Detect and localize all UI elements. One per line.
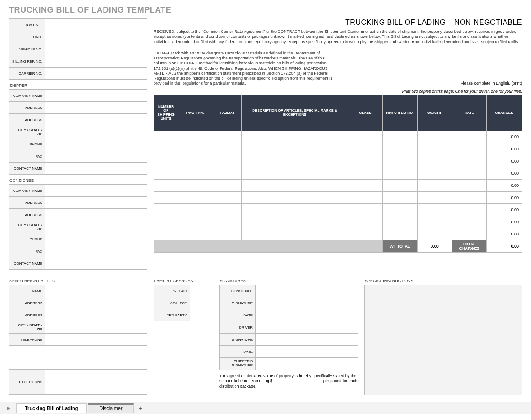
input-consignee-company[interactable] (45, 185, 147, 197)
input-shipper-company[interactable] (45, 90, 147, 102)
input-vehicle[interactable] (45, 43, 147, 55)
table-cell[interactable] (348, 179, 383, 191)
table-cell[interactable] (242, 191, 348, 203)
table-cell[interactable] (178, 191, 213, 203)
table-cell[interactable] (418, 143, 452, 155)
table-cell[interactable] (242, 167, 348, 179)
table-cell[interactable] (452, 203, 487, 216)
table-cell[interactable] (348, 191, 383, 203)
table-cell[interactable] (418, 216, 452, 228)
table-cell[interactable] (213, 228, 242, 240)
input-sig-shipper[interactable] (256, 358, 358, 370)
input-sig-consignee[interactable] (256, 285, 358, 297)
table-cell[interactable] (418, 167, 452, 179)
table-cell[interactable] (178, 216, 213, 228)
table-cell[interactable] (452, 179, 487, 191)
table-cell[interactable] (383, 228, 418, 240)
input-shipper-addr1[interactable] (45, 102, 147, 114)
table-cell[interactable] (154, 155, 178, 167)
table-cell[interactable] (452, 216, 487, 228)
table-cell[interactable] (242, 203, 348, 216)
input-third[interactable] (190, 309, 213, 321)
tab-bill-of-lading[interactable]: Trucking Bill of Lading (16, 403, 87, 413)
tab-add-icon[interactable]: + (135, 403, 145, 413)
table-cell[interactable] (154, 191, 178, 203)
table-cell[interactable] (154, 131, 178, 143)
table-cell[interactable] (452, 155, 487, 167)
input-consignee-city[interactable] (45, 221, 147, 233)
table-cell[interactable] (418, 191, 452, 203)
input-carrier[interactable] (45, 68, 147, 80)
table-cell[interactable] (154, 167, 178, 179)
table-cell[interactable] (418, 203, 452, 216)
tab-nav-icon[interactable]: ▶ (2, 403, 15, 413)
table-cell[interactable] (383, 216, 418, 228)
table-cell[interactable] (348, 167, 383, 179)
table-cell[interactable] (383, 191, 418, 203)
table-cell[interactable] (178, 155, 213, 167)
input-billing[interactable] (45, 55, 147, 68)
table-cell[interactable] (383, 167, 418, 179)
special-instructions-box[interactable] (364, 285, 522, 395)
table-cell[interactable] (418, 131, 452, 143)
table-cell[interactable] (418, 179, 452, 191)
input-sendto-addr2[interactable] (45, 309, 147, 321)
table-cell[interactable] (213, 155, 242, 167)
input-collect[interactable] (190, 297, 213, 309)
table-cell[interactable] (178, 131, 213, 143)
table-cell[interactable] (213, 216, 242, 228)
table-cell[interactable] (348, 203, 383, 216)
input-sig-driver[interactable] (256, 321, 358, 334)
input-bol[interactable] (45, 19, 147, 31)
input-shipper-fax[interactable] (45, 150, 147, 163)
table-cell[interactable] (383, 203, 418, 216)
table-cell[interactable] (383, 155, 418, 167)
table-cell[interactable] (242, 216, 348, 228)
input-sendto-city[interactable] (45, 321, 147, 334)
table-cell[interactable] (452, 191, 487, 203)
table-cell[interactable] (348, 228, 383, 240)
table-cell[interactable] (348, 131, 383, 143)
input-sig-sig1[interactable] (256, 297, 358, 309)
input-prepaid[interactable] (190, 285, 213, 297)
input-sig-date1[interactable] (256, 309, 358, 321)
table-cell[interactable] (242, 143, 348, 155)
input-sig-date2[interactable] (256, 346, 358, 358)
table-cell[interactable] (154, 228, 178, 240)
table-cell[interactable] (178, 203, 213, 216)
table-cell[interactable] (348, 155, 383, 167)
input-shipper-phone[interactable] (45, 138, 147, 150)
table-cell[interactable] (242, 228, 348, 240)
table-cell[interactable] (452, 167, 487, 179)
table-cell[interactable] (242, 131, 348, 143)
table-cell[interactable] (178, 228, 213, 240)
table-cell[interactable] (213, 179, 242, 191)
table-cell[interactable] (213, 143, 242, 155)
table-cell[interactable] (213, 167, 242, 179)
table-cell[interactable] (383, 179, 418, 191)
table-cell[interactable] (154, 143, 178, 155)
table-cell[interactable] (452, 143, 487, 155)
table-cell[interactable] (418, 155, 452, 167)
input-sendto-phone[interactable] (45, 334, 147, 346)
table-cell[interactable] (154, 179, 178, 191)
input-exceptions[interactable] (45, 370, 147, 395)
input-consignee-fax[interactable] (45, 245, 147, 257)
table-cell[interactable] (348, 143, 383, 155)
input-shipper-addr2[interactable] (45, 114, 147, 126)
input-sig-sig2[interactable] (256, 334, 358, 346)
table-cell[interactable] (452, 228, 487, 240)
input-consignee-contact[interactable] (45, 257, 147, 270)
table-cell[interactable] (452, 131, 487, 143)
input-consignee-addr1[interactable] (45, 197, 147, 209)
input-date[interactable] (45, 31, 147, 43)
table-cell[interactable] (213, 131, 242, 143)
table-cell[interactable] (178, 143, 213, 155)
table-cell[interactable] (178, 167, 213, 179)
input-sendto-addr1[interactable] (45, 297, 147, 309)
table-cell[interactable] (348, 216, 383, 228)
table-cell[interactable] (213, 191, 242, 203)
table-cell[interactable] (242, 179, 348, 191)
input-shipper-contact[interactable] (45, 163, 147, 175)
table-cell[interactable] (418, 228, 452, 240)
